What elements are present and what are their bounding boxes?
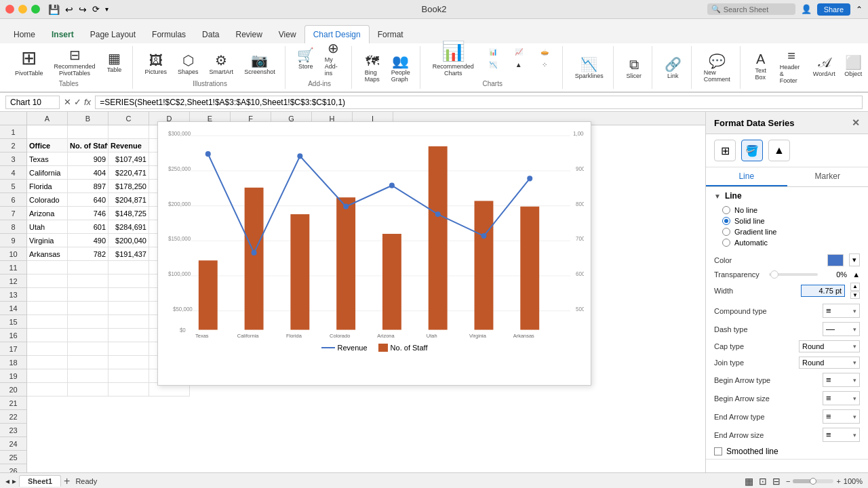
chevron-up-icon[interactable]: ⌃	[856, 5, 863, 14]
pictures-button[interactable]: 🖼 Pictures	[141, 50, 172, 77]
chart-area[interactable]: $300,000 $250,000 $200,000 $150,000 $100…	[157, 121, 591, 386]
sheet-tab-sheet1[interactable]: Sheet1	[19, 475, 61, 487]
undo-icon[interactable]: ↩	[65, 4, 73, 15]
bing-maps-button[interactable]: 🗺 BingMaps	[360, 51, 384, 85]
cell-B2[interactable]: No. of Staff	[68, 139, 108, 152]
minimize-button[interactable]	[18, 5, 27, 14]
end-arrow-type-dropdown[interactable]: ≡ ▾	[823, 409, 860, 424]
refresh-icon[interactable]: ⟳	[92, 4, 100, 14]
object-button[interactable]: ⬜ Object	[841, 52, 865, 79]
cell-A18[interactable]	[27, 356, 68, 369]
cancel-formula-icon[interactable]: ✕	[64, 97, 71, 107]
cell-B14[interactable]	[68, 302, 108, 315]
close-button[interactable]	[5, 5, 14, 14]
recommended-charts-button[interactable]: 📊 RecommendedCharts	[429, 38, 478, 79]
cell-C13[interactable]	[108, 288, 149, 302]
col-header-A[interactable]: A	[27, 112, 68, 125]
cell-C7[interactable]: $148,725	[108, 207, 149, 220]
dash-type-dropdown[interactable]: — ▾	[823, 322, 860, 336]
color-swatch[interactable]	[827, 254, 844, 266]
cell-B9[interactable]: 490	[68, 234, 108, 247]
smartart-button[interactable]: ⚙ SmartArt	[205, 50, 238, 77]
cell-B4[interactable]: 404	[68, 166, 108, 180]
column-chart-button[interactable]: 📊	[481, 46, 505, 58]
transparency-handle[interactable]	[770, 270, 778, 279]
cell-A12[interactable]	[27, 274, 68, 288]
sparklines-button[interactable]: 📉 Sparklines	[571, 54, 608, 81]
cell-A7[interactable]: Arizona	[27, 207, 68, 220]
cell-B19[interactable]	[68, 369, 108, 383]
cell-C19[interactable]	[108, 369, 149, 383]
redo-icon[interactable]: ↪	[79, 4, 87, 15]
cell-C20[interactable]	[108, 383, 149, 396]
radio-solid-line[interactable]: Solid line	[722, 217, 860, 225]
cell-A4[interactable]: California	[27, 166, 68, 180]
normal-view-icon[interactable]: ▦	[745, 476, 753, 487]
page-break-view-icon[interactable]: ⊟	[772, 476, 781, 487]
tab-formulas[interactable]: Formulas	[144, 26, 194, 43]
cell-A10[interactable]: Arkansas	[27, 247, 68, 261]
line-chart-button[interactable]: 📈	[507, 46, 531, 58]
next-sheet-button[interactable]: ▸	[12, 476, 16, 486]
cell-A1[interactable]	[27, 125, 68, 139]
cell-A3[interactable]: Texas	[27, 152, 68, 166]
width-up-button[interactable]: ▲	[850, 283, 860, 291]
cell-A8[interactable]: Utah	[27, 220, 68, 234]
cell-C18[interactable]	[108, 356, 149, 369]
cell-B15[interactable]	[68, 315, 108, 329]
formula-input[interactable]	[95, 96, 863, 109]
tab-home[interactable]: Home	[5, 26, 43, 43]
cell-C15[interactable]	[108, 315, 149, 329]
cell-A13[interactable]	[27, 288, 68, 302]
cell-B8[interactable]: 601	[68, 220, 108, 234]
panel-close-button[interactable]: ✕	[852, 117, 860, 128]
color-dropdown-button[interactable]: ▾	[849, 253, 860, 266]
fill-line-icon-btn[interactable]: 🪣	[741, 140, 763, 161]
cell-A5[interactable]: Florida	[27, 180, 68, 193]
store-button[interactable]: 🛒 Store	[294, 45, 318, 72]
zoom-slider[interactable]	[793, 479, 833, 483]
cell-C5[interactable]: $178,250	[108, 180, 149, 193]
cell-A2[interactable]: Office	[27, 139, 68, 152]
screenshot-button[interactable]: 📷 Screenshot	[240, 50, 279, 77]
table-button[interactable]: ▦ Table	[102, 48, 127, 75]
cell-B18[interactable]	[68, 356, 108, 369]
my-addins-button[interactable]: ⊕ My Add-ins	[321, 38, 346, 79]
recommended-pivot-button[interactable]: ⊟ RecommendedPivotTables	[50, 45, 100, 79]
begin-arrow-size-dropdown[interactable]: ≡ ▾	[823, 391, 860, 405]
cell-A6[interactable]: Colorado	[27, 193, 68, 207]
radio-no-line[interactable]: No line	[722, 206, 860, 214]
cell-B6[interactable]: 640	[68, 193, 108, 207]
width-input[interactable]	[801, 285, 845, 297]
cell-B3[interactable]: 909	[68, 152, 108, 166]
cap-type-dropdown[interactable]: Round ▾	[799, 340, 860, 352]
width-down-button[interactable]: ▼	[850, 291, 860, 300]
cell-C4[interactable]: $220,471	[108, 166, 149, 180]
share-button[interactable]: Share	[817, 3, 850, 16]
wordart-button[interactable]: 𝒜 WordArt	[810, 52, 838, 79]
slicer-button[interactable]: ⧉ Slicer	[622, 54, 646, 81]
cell-C9[interactable]: $200,040	[108, 234, 149, 247]
cell-B12[interactable]	[68, 274, 108, 288]
cell-A11[interactable]	[27, 261, 68, 274]
shapes-button[interactable]: ⬡ Shapes	[174, 50, 203, 77]
confirm-formula-icon[interactable]: ✓	[74, 97, 81, 107]
cell-B13[interactable]	[68, 288, 108, 302]
cell-B10[interactable]: 782	[68, 247, 108, 261]
cell-C6[interactable]: $204,871	[108, 193, 149, 207]
search-box[interactable]: 🔍 Search Sheet	[707, 3, 795, 15]
cell-A16[interactable]	[27, 329, 68, 342]
cell-C8[interactable]: $284,691	[108, 220, 149, 234]
effects-icon-btn[interactable]: ▲	[768, 140, 790, 161]
tab-marker[interactable]: Marker	[787, 167, 869, 186]
cell-C17[interactable]	[108, 342, 149, 356]
cell-A20[interactable]	[27, 383, 68, 396]
zoom-handle[interactable]	[810, 478, 816, 485]
cell-A14[interactable]	[27, 302, 68, 315]
cell-C16[interactable]	[108, 329, 149, 342]
tab-format[interactable]: Format	[370, 26, 412, 43]
line-section-header[interactable]: ▼ Line	[706, 187, 868, 205]
series-options-icon-btn[interactable]: ⊞	[714, 140, 736, 161]
pivot-table-button[interactable]: ⊞ PivotTable	[11, 45, 47, 79]
header-footer-button[interactable]: ≡ Header &Footer	[776, 45, 808, 86]
